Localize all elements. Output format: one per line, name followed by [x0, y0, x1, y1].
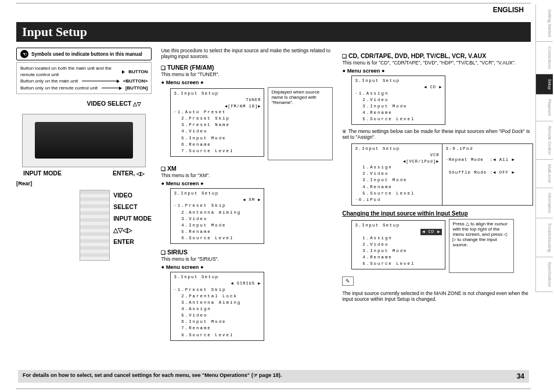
tab-connections[interactable]: Connections [535, 42, 553, 74]
remote-enter: ENTER [113, 236, 152, 248]
tab-setup[interactable]: Setup [535, 74, 553, 95]
tuner-menu-label: Menu screen [161, 80, 333, 85]
tab-multi-zone[interactable]: Multi-zone [535, 160, 553, 188]
xm-menu-label: Menu screen [161, 181, 333, 186]
change-callout: Press △ to align the cursor with the top… [449, 219, 514, 273]
symbols-heading: ☜ Symbols used to indicate buttons in th… [16, 48, 152, 60]
legend-row-2: Button only on the main unit [20, 78, 78, 84]
arrow-icon [102, 88, 121, 88]
remote-illustration [80, 190, 110, 261]
xm-desc: This menu is for "XM". [161, 172, 333, 178]
hand-icon: ☜ [20, 50, 28, 58]
tab-information[interactable]: Information [535, 188, 553, 218]
tab-specifications[interactable]: Specifications [535, 257, 553, 292]
legend-label-2: <BUTTON> [123, 78, 148, 84]
tab-troubleshooting[interactable]: Troubleshooting [535, 218, 553, 257]
pencil-icon: ✎ [342, 276, 354, 286]
page-title: Input Setup [16, 22, 531, 42]
legend-label-3: [BUTTON] [125, 85, 148, 91]
cd-note: The menu settings below can be made for … [342, 128, 533, 140]
video-select-label: VIDEO SELECT △▽ [16, 100, 141, 107]
footer-text: For details on how to select, set and ca… [23, 372, 282, 380]
remote-video-select: VIDEO SELECT [113, 190, 152, 213]
tuner-menu-box: 3.Input Setup TUNER ◀[FM/AM 10]▶ ☞1.Auto… [170, 88, 264, 157]
enter-label: ENTER, ◁▷ [113, 170, 145, 177]
change-note: The input source currently selected in t… [342, 290, 533, 302]
change-heading: Changing the input source within Input S… [342, 210, 533, 217]
change-menu-box: 3.Input Setup ◀ CD ▶ 1.Assign 2.Video 3.… [351, 220, 445, 269]
cd-menu-box: 3.Input Setup ◀ CD ▶ ☞1.Assign 2.Video 3… [351, 75, 445, 125]
xm-heading: XM [161, 165, 333, 172]
tuner-heading: TUNER (FM/AM) [161, 64, 333, 71]
receiver-illustration [22, 114, 146, 167]
tab-remote-control[interactable]: Remote Control [535, 121, 553, 160]
tuner-callout: Displayed when source name is changed wi… [268, 87, 333, 160]
intro-text: Use this procedure to select the input s… [161, 48, 333, 59]
sirius-desc: This menu is for "SIRIUS". [161, 256, 333, 262]
footer: For details on how to select, set and ca… [18, 370, 529, 383]
cd-desc: This menu is for "CD", "CDR/TAPE", "DVD"… [342, 60, 533, 66]
symbols-heading-text: Symbols used to indicate buttons in this… [31, 51, 142, 57]
page-number: 34 [517, 372, 524, 380]
input-mode-label: INPUT MODE [23, 170, 62, 177]
arrow-icon [82, 81, 119, 81]
twin-menu-box: 3.Input Setup VCR ◀[VCR/iPod]▶ 1.Assign … [351, 143, 533, 206]
remote-input-mode: INPUT MODE [113, 213, 152, 225]
sirius-menu-box: 3.Input Setup ◀ SIRIUS ▶ ☞1.Preset Skip … [170, 272, 264, 340]
legend-row-1: Button located on both the main unit and… [20, 65, 120, 78]
xm-menu-box: 3.Input Setup ◀ XM ▶ ☞1.Preset Skip 2.An… [170, 188, 264, 244]
symbols-legend: Button located on both the main unit and… [16, 62, 152, 94]
tuner-desc: This menu is for "TUNER". [161, 71, 333, 77]
cd-heading: CD, CDR/TAPE, DVD, HDP, TV/CBL, VCR, V.A… [342, 52, 533, 59]
cd-menu-label: Menu screen [342, 68, 533, 74]
sirius-heading: SIRIUS [161, 249, 333, 256]
tab-getting-started[interactable]: Getting Started [535, 5, 553, 42]
remote-nav: △▽◁▷ [113, 225, 152, 236]
tab-playback[interactable]: Playback [535, 95, 553, 121]
side-tabs: Getting Started Connections Setup Playba… [535, 5, 553, 292]
rear-label: [Rear] [16, 180, 152, 186]
legend-label-1: BUTTON [128, 69, 148, 75]
sirius-menu-label: Menu screen [161, 264, 333, 270]
legend-row-3: Button only on the remote control unit [20, 85, 98, 91]
